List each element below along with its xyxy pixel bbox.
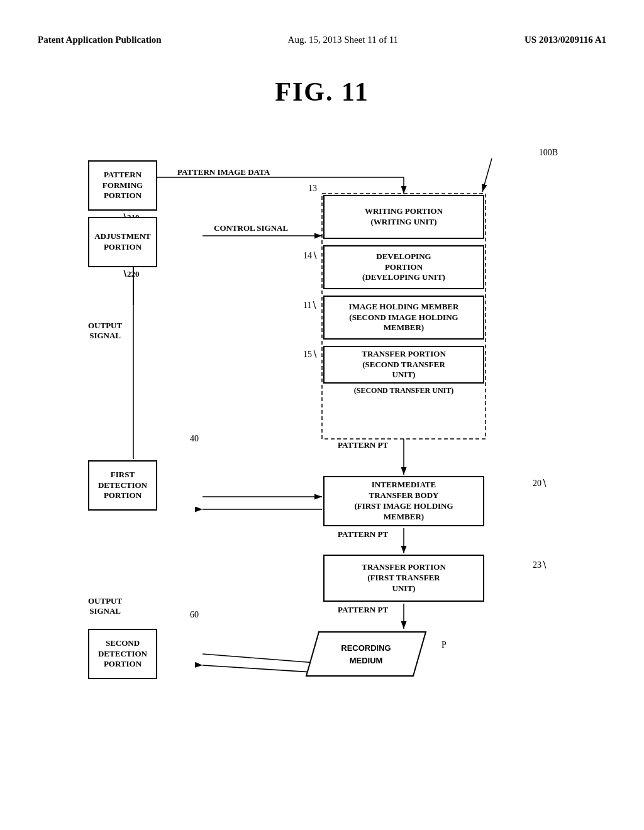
header-left: Patent Application Publication [38, 35, 162, 45]
header-center: Aug. 15, 2013 Sheet 11 of 11 [288, 35, 399, 45]
label-pattern-pt-3: PATTERN PT [338, 605, 388, 615]
page: Patent Application Publication Aug. 15, … [0, 0, 644, 830]
header-right: US 2013/0209116 A1 [525, 35, 606, 45]
box-transfer-first: TRANSFER PORTION (FIRST TRANSFER UNIT) [323, 555, 484, 602]
recording-medium-container: RECORDING MEDIUM [303, 629, 429, 679]
box-pattern-forming: PATTERN FORMING PORTION [88, 160, 157, 211]
label-pattern-pt-1: PATTERN PT [338, 440, 388, 450]
label-pattern-pt-2: PATTERN PT [338, 529, 388, 540]
ref-15: 15∖ [303, 349, 318, 360]
svg-text:RECORDING: RECORDING [341, 643, 391, 653]
box-adjustment: ADJUSTMENT PORTION [88, 217, 157, 267]
ref-13: 13 [308, 184, 317, 194]
header: Patent Application Publication Aug. 15, … [0, 0, 644, 58]
label-output-signal-2: OUTPUT SIGNAL [88, 596, 122, 616]
label-second-transfer-unit: (SECOND TRANSFER UNIT) [323, 386, 484, 396]
ref-11: 11∖ [303, 300, 317, 311]
svg-marker-16 [306, 632, 426, 676]
label-output-signal-1: OUTPUT SIGNAL [88, 321, 122, 340]
box-second-detection: SECOND DETECTION PORTION [88, 629, 157, 679]
box-transfer-second: TRANSFER PORTION (SECOND TRANSFER UNIT) [323, 346, 484, 384]
label-control-signal: CONTROL SIGNAL [214, 223, 288, 233]
box-developing: DEVELOPING PORTION (DEVELOPING UNIT) [323, 245, 484, 289]
svg-text:MEDIUM: MEDIUM [350, 656, 383, 665]
ref-100B: 100B [539, 148, 558, 158]
figure-title: FIG. 11 [0, 77, 644, 107]
ref-23: 23∖ [533, 560, 547, 570]
ref-60: 60 [190, 610, 199, 620]
ref-14: 14∖ [303, 250, 318, 261]
diagram: 100B PATTERN FORMING PORTION ∖210 PATTER… [52, 126, 592, 742]
ref-P: P [441, 640, 447, 650]
box-writing: WRITING PORTION (WRITING UNIT) [323, 195, 484, 239]
ref-20: 20∖ [533, 478, 547, 489]
ref-220: ∖220 [122, 269, 140, 279]
box-image-holding: IMAGE HOLDING MEMBER (SECOND IMAGE HOLDI… [323, 296, 484, 340]
box-first-detection: FIRST DETECTION PORTION [88, 460, 157, 511]
label-pattern-image-data: PATTERN IMAGE DATA [177, 167, 270, 177]
svg-line-15 [482, 158, 492, 192]
box-intermediate-transfer: INTERMEDIATE TRANSFER BODY (FIRST IMAGE … [323, 476, 484, 526]
ref-40: 40 [190, 434, 199, 444]
